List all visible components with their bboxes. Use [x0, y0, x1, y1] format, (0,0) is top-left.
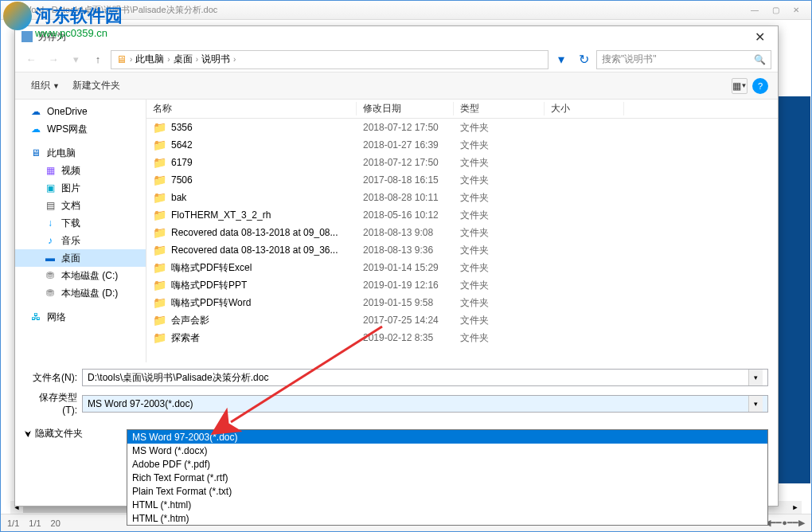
filetype-dropdown-list: MS Word 97-2003(*.doc)MS Word (*.docx)Ad… — [127, 429, 768, 526]
breadcrumb-sep: › — [130, 55, 132, 64]
document-icon: ▤ — [44, 199, 57, 212]
breadcrumb-pc[interactable]: 此电脑 — [135, 53, 164, 66]
breadcrumb-sep: › — [233, 55, 236, 64]
breadcrumb-folder[interactable]: 说明书 — [201, 53, 230, 66]
sidebar-desktop[interactable]: ▬桌面 — [15, 249, 146, 267]
hide-folders-button[interactable]: ⮟ 隐藏文件夹 — [25, 427, 83, 440]
nav-forward-button[interactable]: → — [44, 50, 63, 69]
filename-input[interactable]: D:\tools\桌面\说明书\Palisade决策分析.doc ▾ — [82, 369, 768, 386]
pc-icon: 🖥 — [29, 147, 42, 159]
sidebar-documents[interactable]: ▤文档 — [15, 197, 146, 214]
file-row[interactable]: 📁Recovered data 08-13-2018 at 09_08... 2… — [146, 224, 778, 241]
minimize-button[interactable]: — — [744, 3, 765, 18]
file-date: 2018-01-27 16:39 — [357, 139, 454, 151]
organize-button[interactable]: 组织 ▼ — [25, 76, 66, 96]
file-row[interactable]: 📁嗨格式PDF转PPT 2019-01-19 12:16 文件夹 — [146, 276, 778, 294]
file-type: 文件夹 — [454, 314, 545, 327]
nav-back-button[interactable]: ← — [21, 50, 41, 69]
filetype-option[interactable]: Adobe PDF (*.pdf) — [127, 457, 767, 471]
file-type: 文件夹 — [454, 156, 545, 170]
sidebar-onedrive[interactable]: ☁OneDrive — [15, 103, 146, 120]
filetype-select[interactable]: MS Word 97-2003(*.doc) ▾ — [82, 395, 768, 413]
file-date: 2017-08-18 16:15 — [357, 174, 454, 186]
file-name: FloTHERM_XT_3_2_rh — [171, 209, 271, 221]
filetype-option[interactable]: HTML (*.html) — [127, 498, 767, 511]
outer-title: AbleWord - D:\tools\桌面\说明书\Palisade决策分析.… — [6, 4, 217, 16]
folder-icon: 📁 — [153, 139, 166, 151]
file-name: Recovered data 08-13-2018 at 09_36... — [171, 244, 338, 256]
video-icon: ▦ — [44, 164, 57, 177]
music-icon: ♪ — [44, 234, 57, 247]
file-row[interactable]: 📁6179 2018-07-12 17:50 文件夹 — [146, 154, 778, 171]
new-folder-button[interactable]: 新建文件夹 — [66, 76, 127, 96]
zoom-slider-icon[interactable]: ◀━━●━━▶ — [764, 518, 805, 528]
file-row[interactable]: 📁嗨格式PDF转Excel 2019-01-14 15:29 文件夹 — [146, 259, 778, 276]
folder-icon: 📁 — [153, 314, 166, 327]
chevron-down-icon: ⮟ — [25, 430, 32, 438]
sidebar-pictures[interactable]: ▣图片 — [15, 179, 146, 197]
file-row[interactable]: 📁5356 2018-07-12 17:50 文件夹 — [146, 119, 778, 136]
sidebar-disk-d[interactable]: ⛃本地磁盘 (D:) — [15, 284, 146, 302]
filename-dropdown-arrow[interactable]: ▾ — [748, 370, 763, 385]
filetype-option[interactable]: MS Word 97-2003(*.doc) — [127, 430, 767, 444]
folder-icon: 📁 — [153, 191, 166, 204]
sidebar-videos[interactable]: ▦视频 — [15, 162, 146, 179]
sidebar-disk-c[interactable]: ⛃本地磁盘 (C:) — [15, 267, 146, 284]
sidebar-network[interactable]: 🖧网络 — [15, 308, 146, 326]
disk-icon: ⛃ — [44, 269, 57, 282]
folder-icon: 📁 — [153, 209, 166, 221]
file-type: 文件夹 — [454, 279, 545, 292]
scroll-right-arrow[interactable]: ► — [789, 501, 802, 514]
file-name: 5642 — [171, 139, 193, 151]
addr-dropdown-button[interactable]: ▾ — [552, 50, 571, 69]
file-name: 5356 — [171, 122, 193, 133]
file-name: 嗨格式PDF转Excel — [171, 261, 252, 275]
file-list[interactable]: 📁5356 2018-07-12 17:50 文件夹 📁5642 2018-01… — [146, 119, 778, 362]
file-date: 2018-05-16 10:12 — [357, 209, 454, 221]
filetype-dropdown-arrow[interactable]: ▾ — [748, 396, 763, 412]
file-row[interactable]: 📁会声会影 2017-07-25 14:24 文件夹 — [146, 311, 778, 329]
address-bar[interactable]: 🖥 › 此电脑 › 桌面 › 说明书 › — [111, 50, 548, 69]
dialog-titlebar: 另存为 ✕ — [15, 26, 778, 47]
filetype-option[interactable]: Rich Text Format (*.rtf) — [127, 471, 767, 484]
folder-icon: 📁 — [153, 261, 166, 274]
breadcrumb-desktop[interactable]: 桌面 — [174, 53, 193, 66]
sidebar-downloads[interactable]: ↓下载 — [15, 214, 146, 232]
search-input[interactable]: 搜索"说明书" 🔍 — [596, 50, 771, 69]
download-icon: ↓ — [44, 217, 57, 229]
file-name: 嗨格式PDF转Word — [171, 296, 251, 310]
file-row[interactable]: 📁嗨格式PDF转Word 2019-01-15 9:58 文件夹 — [146, 294, 778, 311]
close-button[interactable]: ✕ — [786, 3, 806, 18]
maximize-button[interactable]: ▢ — [765, 3, 786, 18]
column-type[interactable]: 类型 — [454, 102, 545, 115]
dialog-close-button[interactable]: ✕ — [748, 29, 771, 45]
file-row[interactable]: 📁7506 2017-08-18 16:15 文件夹 — [146, 171, 778, 189]
column-size[interactable]: 大小 — [545, 102, 624, 115]
file-type: 文件夹 — [454, 244, 545, 257]
file-row[interactable]: 📁Recovered data 08-13-2018 at 09_36... 2… — [146, 241, 778, 259]
filetype-option[interactable]: HTML (*.htm) — [127, 511, 767, 525]
toolbar: 组织 ▼ 新建文件夹 ▦ ▼ ? — [15, 72, 778, 100]
file-row[interactable]: 📁探索者 2019-02-12 8:35 文件夹 — [146, 329, 778, 346]
file-row[interactable]: 📁5642 2018-01-27 16:39 文件夹 — [146, 136, 778, 154]
refresh-button[interactable]: ↻ — [574, 50, 593, 69]
view-options-button[interactable]: ▦ ▼ — [732, 78, 748, 94]
window-controls: — ▢ ✕ — [744, 3, 806, 18]
folder-icon: 📁 — [153, 244, 166, 256]
nav-recent-button[interactable]: ▾ — [66, 50, 85, 69]
sidebar-wps[interactable]: ☁WPS网盘 — [15, 120, 146, 138]
filetype-option[interactable]: Plain Text Format (*.txt) — [127, 484, 767, 498]
help-button[interactable]: ? — [752, 78, 768, 94]
column-headers: 名称 修改日期 类型 大小 — [146, 100, 778, 119]
file-row[interactable]: 📁FloTHERM_XT_3_2_rh 2018-05-16 10:12 文件夹 — [146, 206, 778, 224]
nav-up-button[interactable]: ↑ — [88, 50, 107, 69]
sidebar-this-pc[interactable]: 🖥此电脑 — [15, 144, 146, 162]
filetype-option[interactable]: MS Word (*.docx) — [127, 444, 767, 457]
column-date[interactable]: 修改日期 — [357, 102, 454, 115]
pc-icon: 🖥 — [116, 53, 127, 65]
sidebar-music[interactable]: ♪音乐 — [15, 232, 146, 249]
file-row[interactable]: 📁bak 2018-08-28 10:11 文件夹 — [146, 189, 778, 206]
nav-row: ← → ▾ ↑ 🖥 › 此电脑 › 桌面 › 说明书 › ▾ ↻ 搜索"说明书"… — [15, 47, 778, 72]
file-date: 2019-01-19 12:16 — [357, 280, 454, 291]
column-name[interactable]: 名称 — [146, 102, 357, 115]
